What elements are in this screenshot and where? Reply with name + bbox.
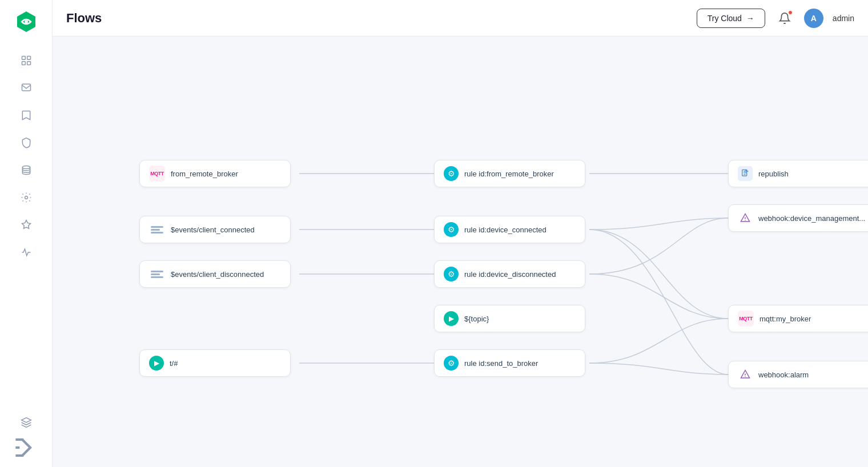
rule-node-2[interactable]: ⚙ rule id:device_connected	[434, 216, 585, 243]
mqtt-out-icon-3: MQTT	[738, 311, 754, 327]
sidebar-item-bookmark[interactable]	[10, 103, 42, 128]
main-content: Flows Try Cloud → A admin	[53, 0, 868, 467]
output-label-4: webhook:alarm	[758, 371, 809, 379]
sidebar-item-database[interactable]	[10, 158, 42, 183]
sidebar-item-diagnostics[interactable]	[10, 240, 42, 265]
play-icon-4: ▶	[444, 311, 459, 326]
svg-point-17	[745, 376, 746, 377]
play-icon-5: ▶	[149, 356, 164, 371]
rule-label-1: rule id:from_remote_broker	[464, 170, 554, 178]
mqtt-source-icon-1: MQTT	[149, 166, 165, 182]
source-node-1[interactable]: MQTT from_remote_broker	[139, 160, 291, 187]
output-node-3[interactable]: MQTT mqtt:my_broker	[728, 305, 868, 332]
sidebar-bottom	[10, 410, 42, 458]
republish-icon-1	[738, 166, 753, 181]
source-label-4: ${topic}	[464, 315, 489, 323]
rule-icon-1: ⚙	[444, 166, 459, 181]
output-node-4[interactable]: webhook:alarm	[728, 361, 868, 388]
svg-point-1	[25, 20, 28, 23]
rule-icon-4: ⚙	[444, 356, 459, 371]
lines-icon-3	[149, 266, 165, 282]
source-label-3: $events/client_disconnected	[171, 270, 264, 279]
rule-label-3: rule id:device_disconnected	[464, 270, 556, 279]
svg-rect-2	[22, 57, 25, 60]
sidebar-item-messages[interactable]	[10, 75, 42, 100]
app-logo[interactable]	[14, 9, 39, 34]
source-label-1: from_remote_broker	[171, 170, 238, 178]
rule-node-3[interactable]: ⚙ rule id:device_disconnected	[434, 260, 585, 288]
webhook-icon-4	[738, 367, 753, 382]
svg-point-15	[745, 220, 746, 221]
page-title: Flows	[66, 11, 688, 26]
sidebar-item-settings[interactable]	[10, 185, 42, 210]
notification-dot	[788, 10, 793, 15]
rule-icon-3: ⚙	[444, 267, 459, 281]
svg-rect-6	[22, 84, 30, 91]
rule-icon-2: ⚙	[444, 222, 459, 237]
username-label[interactable]: admin	[833, 14, 854, 23]
source-node-4[interactable]: ▶ ${topic}	[434, 305, 585, 332]
svg-point-8	[25, 196, 27, 199]
sidebar-item-security[interactable]	[10, 130, 42, 155]
source-node-2[interactable]: $events/client_connected	[139, 216, 291, 243]
header: Flows Try Cloud → A admin	[53, 0, 868, 37]
avatar[interactable]: A	[804, 9, 823, 28]
output-label-1: republish	[758, 170, 789, 178]
sidebar-collapse-button[interactable]	[10, 437, 42, 458]
webhook-icon-2	[738, 211, 753, 226]
try-cloud-button[interactable]: Try Cloud →	[697, 9, 765, 28]
svg-rect-3	[27, 57, 30, 60]
rule-label-4: rule id:send_to_broker	[464, 359, 538, 368]
svg-rect-4	[22, 62, 25, 65]
source-label-5: t/#	[170, 359, 178, 368]
rule-node-1[interactable]: ⚙ rule id:from_remote_broker	[434, 160, 585, 187]
svg-rect-5	[27, 62, 30, 65]
notification-bell[interactable]	[774, 8, 795, 29]
output-label-3: mqtt:my_broker	[760, 315, 811, 323]
flow-canvas[interactable]: MQTT from_remote_broker ⚙ rule id:from_r…	[53, 37, 868, 467]
flow-connections	[53, 37, 868, 467]
rule-label-2: rule id:device_connected	[464, 226, 546, 234]
output-node-1[interactable]: republish	[728, 160, 868, 187]
lines-icon-2	[149, 222, 165, 237]
sidebar	[0, 0, 53, 467]
source-label-2: $events/client_connected	[171, 226, 255, 234]
svg-marker-9	[21, 418, 31, 422]
sidebar-item-dashboard[interactable]	[10, 48, 42, 73]
source-node-5[interactable]: ▶ t/#	[139, 349, 291, 377]
svg-point-7	[22, 166, 30, 169]
source-node-3[interactable]: $events/client_disconnected	[139, 260, 291, 288]
output-node-2[interactable]: webhook:device_management...	[728, 204, 868, 232]
output-label-2: webhook:device_management...	[758, 214, 865, 223]
rule-node-4[interactable]: ⚙ rule id:send_to_broker	[434, 349, 585, 377]
sidebar-item-plugins[interactable]	[10, 212, 42, 237]
